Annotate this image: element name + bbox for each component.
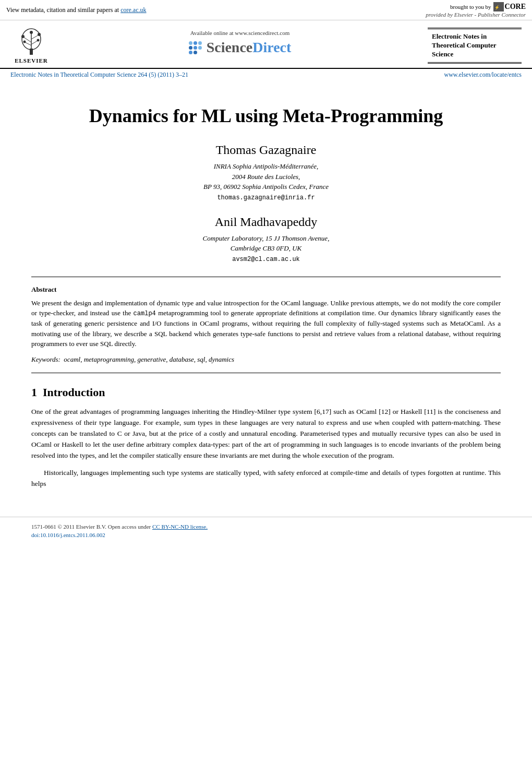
footer-issn: 1571-0661 © 2011 Elsevier B.V. Open acce… [31, 523, 501, 530]
citation-line: Electronic Notes in Theoretical Computer… [10, 71, 444, 79]
journal-title-box: Electronic Notes in Theoretical Computer… [428, 28, 522, 64]
sd-dots-icon [189, 41, 203, 54]
main-content: Dynamics for ML using Meta-Programming T… [0, 79, 532, 506]
svg-point-11 [23, 41, 26, 43]
svg-point-9 [21, 35, 25, 38]
journal-info: Electronic Notes in Theoretical Computer… [428, 28, 522, 64]
paper-title: Dynamics for ML using Meta-Programming [31, 105, 501, 127]
svg-line-8 [31, 41, 38, 44]
camlp4-code: camlp4 [134, 310, 156, 317]
svg-point-13 [30, 31, 33, 34]
core-left-text: View metadata, citation and similar pape… [6, 6, 147, 14]
intro-paragraph-1: One of the great advantages of programmi… [31, 407, 501, 461]
intro-paragraph-2: Historically, languages implementing suc… [31, 468, 501, 490]
page-footer: 1571-0661 © 2011 Elsevier B.V. Open acce… [0, 517, 532, 544]
svg-line-7 [25, 42, 31, 45]
svg-point-10 [38, 33, 41, 36]
core-icon: ⚡ CORE [493, 2, 526, 11]
core-logo-icon: ⚡ [493, 2, 504, 11]
brought-by-text: brought to you by [450, 4, 491, 10]
author-name-1: Thomas Gazagnaire [31, 143, 501, 157]
journal-url-right: www.elsevier.com/locate/entcs [444, 71, 522, 79]
elsevier-text-label: ELSEVIER [15, 57, 48, 64]
elsevier-tree-icon [16, 28, 47, 56]
top-banner: View metadata, citation and similar pape… [0, 0, 532, 20]
citation-bar-area: Electronic Notes in Theoretical Computer… [0, 69, 532, 79]
elsevier-logo: ELSEVIER [10, 28, 52, 64]
abstract-divider-bottom [31, 373, 501, 373]
sciencedirect-text: ScienceDirect [207, 39, 292, 56]
svg-point-12 [37, 39, 40, 42]
abstract-section: Abstract We present the design and imple… [31, 285, 501, 365]
available-online-text: Available online at www.sciencedirect.co… [190, 30, 290, 36]
section-1-heading: 1 Introduction [31, 386, 501, 399]
author-section-2: Anil Madhavapeddy Computer Laboratory, 1… [31, 215, 501, 264]
header-section: ELSEVIER Available online at www.science… [0, 20, 532, 69]
author-affiliation-2: Computer Laboratory, 15 JJ Thomson Avenu… [31, 233, 501, 264]
abstract-divider-top [31, 277, 501, 277]
keywords-label: Keywords: [31, 355, 61, 363]
core-right: brought to you by ⚡ CORE provided by Els… [426, 2, 526, 18]
svg-line-6 [31, 35, 39, 39]
author-affiliation-1: INRIA Sophia Antipolis-Méditerranée, 200… [31, 161, 501, 203]
sciencedirect-center: Available online at www.sciencedirect.co… [63, 28, 417, 56]
core-logo: brought to you by ⚡ CORE [450, 2, 526, 11]
svg-text:⚡: ⚡ [494, 5, 500, 10]
author-email-2: avsm2@cl.cam.ac.uk [232, 256, 300, 263]
author-name-2: Anil Madhavapeddy [31, 215, 501, 229]
core-link[interactable]: core.ac.uk [120, 6, 146, 14]
provided-by-text: provided by Elsevier - Publisher Connect… [426, 11, 526, 18]
license-link[interactable]: CC BY-NC-ND license. [152, 523, 208, 530]
abstract-label: Abstract [31, 285, 501, 294]
sciencedirect-logo: ScienceDirect [189, 39, 292, 56]
journal-url-link[interactable]: www.elsevier.com/locate/entcs [444, 71, 522, 78]
author-section-1: Thomas Gazagnaire INRIA Sophia Antipolis… [31, 143, 501, 203]
doi-link[interactable]: doi:10.1016/j.entcs.2011.06.002 [31, 532, 105, 538]
author-email-1: thomas.gazagnaire@inria.fr [217, 194, 315, 201]
abstract-text: We present the design and implementation… [31, 298, 501, 349]
keywords-line: Keywords: ocaml, metaprogramming, genera… [31, 354, 501, 365]
citation-link[interactable]: Electronic Notes in Theoretical Computer… [10, 71, 188, 78]
footer-doi: doi:10.1016/j.entcs.2011.06.002 [31, 532, 501, 538]
